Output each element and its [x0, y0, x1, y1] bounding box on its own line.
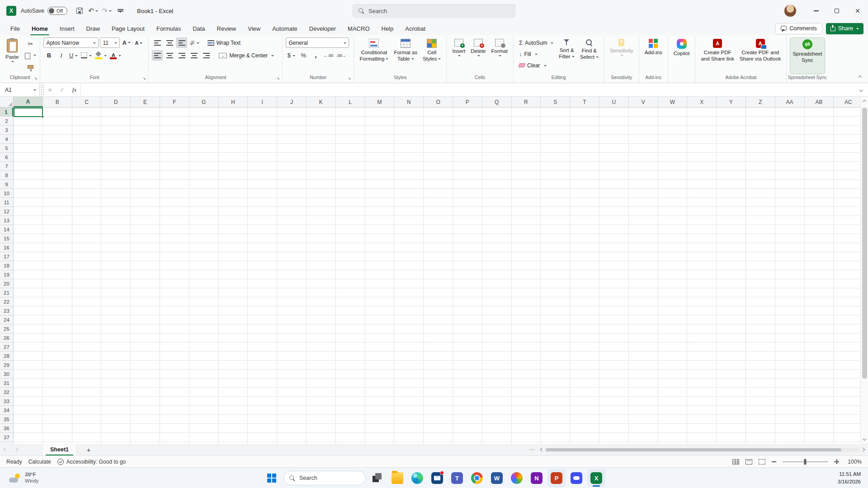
align-right-button[interactable] [176, 50, 187, 61]
photos-icon[interactable] [508, 469, 526, 487]
addins-button[interactable]: Add-ins [642, 38, 665, 74]
tab-review[interactable]: Review [211, 22, 242, 35]
column-header-J[interactable]: J [277, 97, 307, 107]
column-header-I[interactable]: I [248, 97, 277, 107]
row-header-24[interactable]: 24 [0, 315, 13, 324]
format-as-table-button[interactable]: Format as Table [392, 38, 420, 74]
decrease-font-size-button[interactable] [133, 38, 144, 48]
insert-function-button[interactable] [68, 83, 80, 96]
column-header-C[interactable]: C [72, 97, 102, 107]
next-sheet-button[interactable] [11, 444, 22, 455]
font-color-button[interactable] [109, 50, 122, 61]
scroll-up-arrow[interactable] [863, 100, 866, 103]
borders-button[interactable] [80, 50, 93, 61]
cell-styles-button[interactable]: Cell Styles [420, 38, 443, 74]
format-cells-button[interactable]: Format [489, 38, 510, 74]
excel-icon[interactable] [587, 469, 605, 487]
column-header-D[interactable]: D [101, 97, 131, 107]
alignment-dialog-launcher[interactable] [275, 75, 281, 81]
row-header-2[interactable]: 2 [0, 117, 13, 126]
percent-style-button[interactable] [298, 50, 309, 61]
scroll-left-arrow[interactable] [540, 448, 544, 451]
row-header-22[interactable]: 22 [0, 297, 13, 306]
copilot-button[interactable]: Copilot [671, 38, 692, 74]
fill-color-button[interactable] [94, 50, 108, 61]
collapse-ribbon-button[interactable] [856, 74, 864, 80]
row-header-7[interactable]: 7 [0, 162, 13, 171]
calculate-indicator[interactable]: Calculate [28, 459, 51, 465]
column-header-Y[interactable]: Y [717, 97, 746, 107]
column-header-AB[interactable]: AB [805, 97, 834, 107]
row-header-25[interactable]: 25 [0, 324, 13, 333]
font-dialog-launcher[interactable] [141, 75, 147, 81]
maximize-button[interactable] [826, 0, 847, 22]
task-view-icon[interactable] [368, 469, 387, 487]
tab-file[interactable]: File [5, 22, 26, 35]
column-header-G[interactable]: G [189, 97, 219, 107]
column-header-T[interactable]: T [570, 97, 599, 107]
vertical-scrollbar[interactable] [860, 97, 868, 444]
underline-button[interactable] [68, 50, 79, 61]
tab-view[interactable]: View [242, 22, 266, 35]
row-header-20[interactable]: 20 [0, 279, 13, 288]
undo-button[interactable] [86, 4, 100, 18]
tab-draw[interactable]: Draw [80, 22, 106, 35]
insert-cells-button[interactable]: Insert [450, 38, 467, 74]
minimize-button[interactable] [806, 0, 826, 22]
row-header-17[interactable]: 17 [0, 252, 13, 261]
clear-button[interactable]: Clear [517, 60, 556, 70]
word-icon[interactable] [488, 469, 506, 487]
vertical-scroll-thumb[interactable] [862, 108, 867, 379]
formula-input[interactable] [80, 83, 854, 96]
middle-align-button[interactable] [164, 38, 175, 48]
row-header-18[interactable]: 18 [0, 261, 13, 270]
column-header-B[interactable]: B [43, 97, 72, 107]
tab-page-layout[interactable]: Page Layout [106, 22, 151, 35]
orientation-button[interactable] [189, 38, 200, 48]
row-header-28[interactable]: 28 [0, 352, 13, 361]
wrap-text-button[interactable]: Wrap Text [205, 38, 243, 48]
sheet-options-button[interactable] [526, 446, 537, 453]
chrome-icon[interactable] [468, 469, 486, 487]
column-header-E[interactable]: E [131, 97, 160, 107]
title-search-box[interactable]: Search [353, 4, 515, 18]
copy-button[interactable] [24, 50, 37, 60]
sheet-tab-sheet1[interactable]: Sheet1 [43, 444, 75, 455]
zoom-level[interactable]: 100% [845, 459, 862, 465]
row-header-3[interactable]: 3 [0, 126, 13, 135]
column-header-Q[interactable]: Q [482, 97, 512, 107]
italic-button[interactable] [56, 50, 66, 61]
row-header-37[interactable]: 37 [0, 433, 13, 442]
cancel-entry-button[interactable] [44, 83, 56, 96]
zoom-slider-knob[interactable] [804, 459, 807, 465]
zoom-in-button[interactable] [834, 459, 839, 464]
normal-view-button[interactable] [732, 459, 739, 465]
row-header-31[interactable]: 31 [0, 379, 13, 388]
font-size-combobox[interactable]: 11 [100, 38, 120, 48]
select-all-button[interactable] [0, 97, 14, 108]
horizontal-scroll-track[interactable] [545, 448, 860, 452]
paste-button[interactable]: Paste [3, 38, 21, 74]
row-header-34[interactable]: 34 [0, 406, 13, 415]
increase-font-size-button[interactable] [121, 38, 132, 48]
column-header-N[interactable]: N [394, 97, 424, 107]
align-left-button[interactable] [152, 50, 163, 61]
tab-help[interactable]: Help [376, 22, 400, 35]
fill-button[interactable]: Fill [517, 49, 556, 59]
row-header-10[interactable]: 10 [0, 189, 13, 198]
zoom-out-button[interactable] [772, 461, 776, 462]
column-header-M[interactable]: M [365, 97, 395, 107]
grid-cells[interactable] [14, 108, 860, 444]
start-button[interactable] [263, 469, 281, 487]
column-header-A[interactable]: A [14, 97, 43, 107]
close-button[interactable] [847, 0, 868, 22]
column-header-P[interactable]: P [453, 97, 482, 107]
new-sheet-button[interactable] [84, 445, 94, 455]
weather-widget[interactable]: 39°F Windy [5, 468, 42, 488]
merge-center-button[interactable]: Merge & Center [217, 50, 276, 61]
increase-indent-button[interactable] [201, 50, 212, 61]
conditional-formatting-button[interactable]: Conditional Formatting [357, 38, 391, 74]
row-header-35[interactable]: 35 [0, 415, 13, 424]
column-header-K[interactable]: K [307, 97, 336, 107]
number-format-combobox[interactable]: General [286, 38, 349, 48]
